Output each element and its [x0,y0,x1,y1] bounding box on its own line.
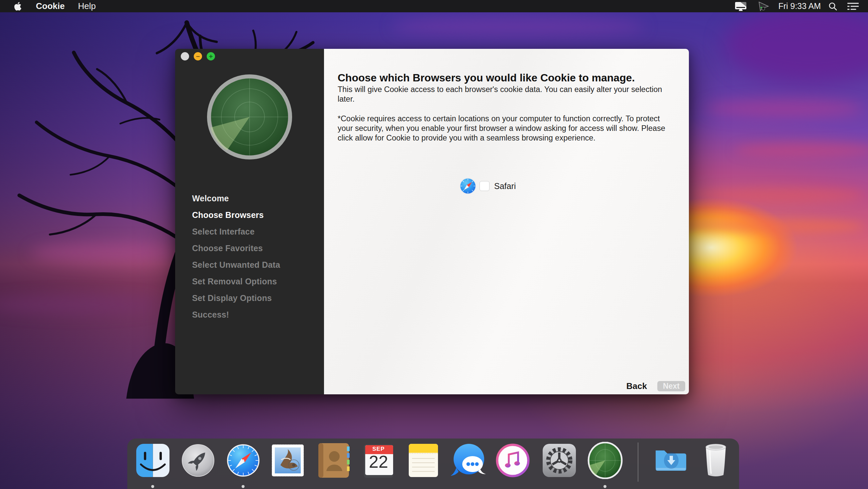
menubar-clock[interactable]: Fri 9:33 AM [778,1,821,11]
step-choose-favorites: Choose Favorites [192,240,280,257]
display-mirroring-icon[interactable] [734,1,748,11]
menubar-app-name[interactable]: Cookie [36,1,65,11]
dock-itunes-icon[interactable] [494,442,531,479]
step-set-display-options: Set Display Options [192,290,280,306]
calendar-month-label: SEP [360,446,397,452]
safari-checkbox-label: Safari [494,182,516,191]
description-paragraph: This will give Cookie access to each bro… [338,85,672,104]
wizard-steps: Welcome Choose Browsers Select Interface… [192,190,280,323]
zoom-button[interactable]: + [207,52,215,61]
cookie-setup-window: − + Welcome Choose Browsers S [175,49,689,394]
notification-center-icon[interactable] [847,2,859,11]
minimize-button[interactable]: − [194,52,202,61]
calendar-day-label: 22 [360,452,397,472]
next-button[interactable]: Next [657,381,685,391]
traffic-lights: − + [181,52,215,61]
dock-downloads-icon[interactable] [652,442,689,479]
dock-launchpad-icon[interactable] [180,442,217,479]
dock-separator [638,443,639,482]
cloud [392,16,645,37]
step-welcome: Welcome [192,190,280,207]
spotlight-search-icon[interactable] [828,2,837,11]
cloud [735,143,868,158]
dock-finder-icon[interactable] [134,442,172,479]
browser-row-safari: Safari [459,177,516,195]
cookie-radar-logo [205,72,294,162]
step-select-unwanted-data: Select Unwanted Data [192,257,280,273]
step-choose-browsers: Choose Browsers [192,207,280,223]
running-dot-finder [151,485,154,488]
cloud [724,7,868,83]
running-dot-safari [242,485,245,488]
dock-mail-icon[interactable] [269,442,306,479]
apple-icon [13,2,22,11]
cloud [691,188,864,203]
cloud [705,100,864,118]
cloud [671,219,864,233]
wizard-content: Choose which Browsers you would like Coo… [324,49,689,394]
page-title: Choose which Browsers you would like Coo… [338,72,635,84]
step-select-interface: Select Interface [192,223,280,240]
dock-notes-icon[interactable] [405,442,442,479]
menubar-menu-help[interactable]: Help [78,1,96,11]
dock-system-preferences-icon[interactable] [541,442,578,479]
wizard-sidebar: − + Welcome Choose Browsers S [175,49,324,394]
app-status-icon[interactable] [757,1,770,12]
back-button[interactable]: Back [626,381,647,391]
safari-icon [459,177,476,195]
step-set-removal-options: Set Removal Options [192,273,280,290]
dock-calendar-icon[interactable]: SEP 22 [360,442,397,479]
dock-messages-icon[interactable] [450,442,488,479]
close-button[interactable] [181,52,189,61]
access-note-paragraph: *Cookie requires access to certain locat… [338,114,672,143]
dock: SEP 22 [127,438,739,489]
dock-cookie-icon[interactable] [587,442,624,479]
menubar: Cookie Help Fri 9:33 AM [0,0,868,12]
running-dot-cookie [603,485,607,488]
step-success: Success! [192,306,280,323]
apple-menu[interactable] [13,1,22,11]
dock-safari-icon[interactable] [225,442,262,479]
dock-trash-icon[interactable] [697,442,735,479]
dock-contacts-icon[interactable] [315,442,352,479]
safari-checkbox[interactable] [479,181,490,191]
